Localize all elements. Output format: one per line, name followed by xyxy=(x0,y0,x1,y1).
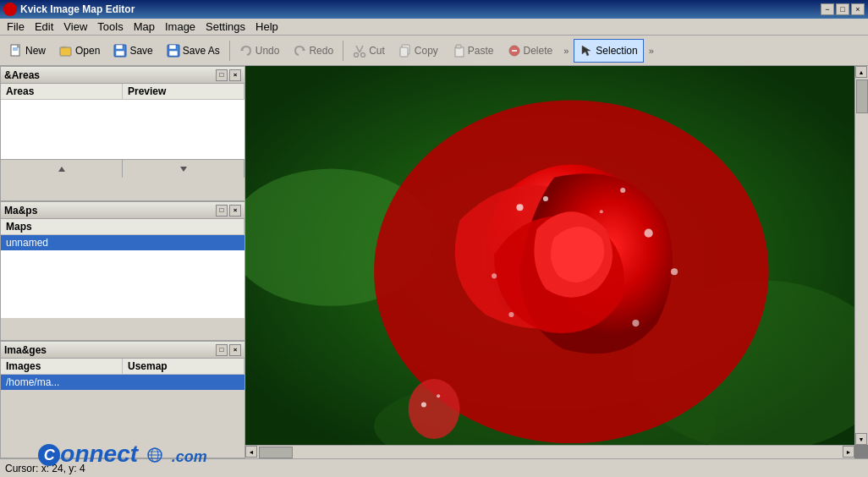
areas-footer xyxy=(1,159,244,178)
images-list: /home/ma... xyxy=(1,375,244,390)
copy-icon xyxy=(398,44,412,58)
cut-label: Cut xyxy=(369,45,385,57)
saveas-icon xyxy=(167,44,180,58)
logo-domain: .com xyxy=(172,448,207,459)
images-col-images: Images xyxy=(1,359,123,374)
scroll-thumb-h[interactable] xyxy=(259,447,293,458)
paste-button[interactable]: Paste xyxy=(446,39,500,63)
minimize-button[interactable]: − xyxy=(821,3,834,15)
scroll-thumb-v[interactable] xyxy=(856,80,868,113)
app-icon xyxy=(3,3,17,16)
redo-icon xyxy=(293,44,306,58)
menu-file[interactable]: File xyxy=(2,19,30,35)
logo-text: onnect xyxy=(60,441,138,459)
delete-icon xyxy=(508,44,521,58)
undo-button[interactable]: Undo xyxy=(233,39,286,63)
new-button[interactable]: New xyxy=(3,39,52,63)
maps-list-item[interactable]: unnamed xyxy=(1,235,244,250)
copy-button[interactable]: Copy xyxy=(393,39,444,63)
maps-restore-button[interactable]: □ xyxy=(216,205,228,217)
menu-settings[interactable]: Settings xyxy=(201,19,250,35)
svg-line-15 xyxy=(360,46,363,52)
vertical-scrollbar[interactable]: ▲ ▼ xyxy=(854,66,868,445)
svg-point-40 xyxy=(600,210,603,213)
areas-panel: &Areas □ × Areas Preview xyxy=(0,66,245,201)
areas-columns: Areas Preview xyxy=(1,84,244,100)
save-label: Save xyxy=(129,45,152,57)
svg-point-38 xyxy=(671,268,678,275)
overflow-button-2[interactable]: » xyxy=(646,44,657,58)
open-icon xyxy=(59,44,73,58)
save-button[interactable]: Save xyxy=(107,39,158,63)
overflow-button-1[interactable]: » xyxy=(560,44,572,58)
selection-button[interactable]: Selection xyxy=(574,39,643,63)
areas-panel-title: &Areas xyxy=(4,69,216,81)
areas-col-areas: Areas xyxy=(1,84,123,99)
areas-restore-button[interactable]: □ xyxy=(216,69,228,81)
maps-columns: Maps xyxy=(1,219,244,235)
new-icon xyxy=(9,44,23,58)
images-restore-button[interactable]: □ xyxy=(216,344,228,356)
menu-image[interactable]: Image xyxy=(160,19,201,35)
scroll-up-arrow[interactable]: ▲ xyxy=(855,66,867,78)
restore-button[interactable]: □ xyxy=(836,3,849,15)
redo-button[interactable]: Redo xyxy=(287,39,339,63)
menu-view[interactable]: View xyxy=(58,19,92,35)
selection-label: Selection xyxy=(596,45,637,57)
cut-button[interactable]: Cut xyxy=(347,39,391,63)
scroll-left-arrow[interactable]: ◄ xyxy=(245,446,257,458)
saveas-label: Save As xyxy=(183,45,220,57)
selection-icon xyxy=(580,44,593,58)
images-col-usemap: Usemap xyxy=(123,359,244,374)
areas-down-button[interactable] xyxy=(123,160,244,178)
svg-point-41 xyxy=(632,320,639,326)
paste-icon xyxy=(452,44,465,58)
areas-col-preview: Preview xyxy=(123,84,244,99)
maps-panel-controls: □ × xyxy=(216,205,241,217)
areas-panel-controls: □ × xyxy=(216,69,241,81)
maps-close-button[interactable]: × xyxy=(229,205,241,217)
menu-help[interactable]: Help xyxy=(250,19,283,35)
delete-button[interactable]: Delete xyxy=(502,39,559,63)
svg-rect-19 xyxy=(456,45,461,48)
svg-point-13 xyxy=(361,52,365,57)
areas-up-button[interactable] xyxy=(1,160,123,178)
scroll-right-arrow[interactable]: ► xyxy=(843,446,854,458)
open-button[interactable]: Open xyxy=(53,39,106,63)
new-label: New xyxy=(25,45,46,57)
scroll-down-arrow[interactable]: ▼ xyxy=(855,433,867,445)
left-panel: &Areas □ × Areas Preview xyxy=(0,66,245,458)
images-columns: Images Usemap xyxy=(1,359,244,375)
toolbar-separator-2 xyxy=(343,41,343,61)
svg-point-25 xyxy=(151,448,158,458)
maps-panel: Ma&ps □ × Maps unnamed xyxy=(0,201,245,341)
images-panel-title: Ima&ges xyxy=(4,344,216,356)
images-list-item[interactable]: /home/ma... xyxy=(1,375,244,390)
areas-close-button[interactable]: × xyxy=(229,69,241,81)
maps-empty-area xyxy=(1,250,244,318)
svg-point-35 xyxy=(620,188,625,193)
open-label: Open xyxy=(75,45,100,57)
menu-edit[interactable]: Edit xyxy=(30,19,58,35)
svg-point-36 xyxy=(645,229,653,238)
connect-logo: Connect .com xyxy=(38,441,206,459)
saveas-button[interactable]: Save As xyxy=(161,39,226,63)
canvas-area[interactable]: ▲ ▼ ◄ ► xyxy=(245,66,868,458)
menu-map[interactable]: Map xyxy=(129,19,160,35)
menu-tools[interactable]: Tools xyxy=(92,19,128,35)
redo-label: Redo xyxy=(309,45,333,57)
svg-rect-9 xyxy=(169,51,178,56)
svg-point-12 xyxy=(354,52,359,57)
delete-label: Delete xyxy=(524,45,553,57)
svg-marker-23 xyxy=(180,167,187,172)
svg-point-37 xyxy=(492,273,497,278)
logo-c-letter: C xyxy=(38,444,60,458)
images-panel-controls: □ × xyxy=(216,344,241,356)
titlebar: Kvick Image Map Editor − □ × xyxy=(0,0,868,19)
menubar: File Edit View Tools Map Image Settings … xyxy=(0,19,868,36)
horizontal-scrollbar[interactable]: ◄ ► xyxy=(245,445,854,458)
images-close-button[interactable]: × xyxy=(229,344,241,356)
svg-point-42 xyxy=(508,312,514,317)
close-button[interactable]: × xyxy=(851,3,865,15)
maps-resize-handle[interactable] xyxy=(1,318,244,321)
